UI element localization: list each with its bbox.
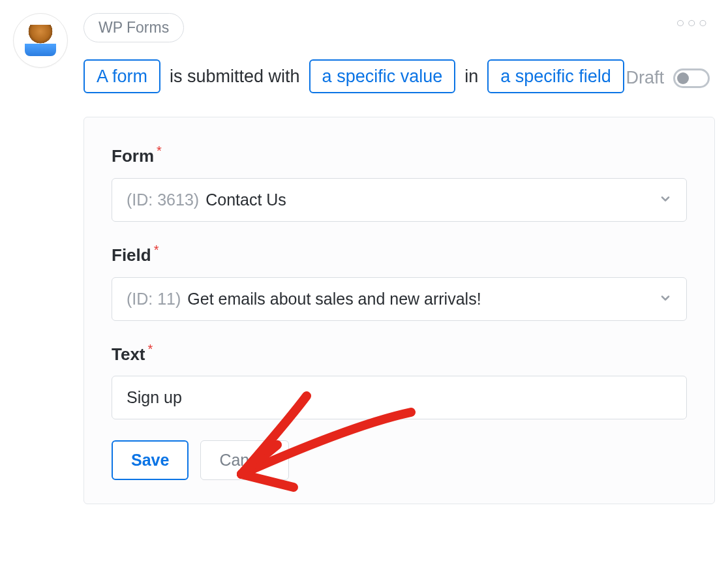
config-panel: Form* (ID: 3613) Contact Us Field* (ID: … (83, 117, 715, 504)
sentence-text: in (464, 67, 478, 87)
field-select[interactable]: (ID: 11) Get emails about sales and new … (112, 277, 687, 321)
chevron-down-icon (659, 290, 672, 309)
token-field[interactable]: a specific field (487, 59, 624, 93)
chevron-down-icon (659, 190, 672, 209)
integration-avatar (13, 13, 68, 68)
status-label: Draft (626, 68, 664, 88)
trigger-sentence: A form is submitted with a specific valu… (83, 59, 715, 93)
field-select-name: Get emails about sales and new arrivals! (187, 290, 481, 309)
integration-chip[interactable]: WP Forms (83, 13, 184, 42)
field-label: Field* (112, 243, 687, 265)
cancel-button[interactable]: Cancel (200, 440, 289, 480)
publish-toggle[interactable] (673, 68, 710, 88)
toggle-knob-icon (677, 72, 689, 84)
form-label: Form* (112, 144, 687, 166)
token-form[interactable]: A form (83, 59, 160, 93)
required-asterisk-icon: * (148, 342, 153, 356)
text-input[interactable] (112, 376, 687, 419)
token-value[interactable]: a specific value (309, 59, 456, 93)
more-options-icon[interactable]: ○○○ (676, 14, 710, 31)
required-asterisk-icon: * (157, 144, 162, 158)
form-select-name: Contact Us (205, 190, 286, 209)
sentence-text: is submitted with (170, 67, 300, 87)
form-select[interactable]: (ID: 3613) Contact Us (112, 178, 687, 222)
save-button[interactable]: Save (112, 440, 189, 480)
required-asterisk-icon: * (154, 243, 159, 257)
text-label: Text* (112, 342, 687, 365)
form-select-id: (ID: 3613) (127, 190, 199, 209)
wpforms-logo-icon (25, 25, 56, 56)
field-select-id: (ID: 11) (127, 290, 181, 309)
